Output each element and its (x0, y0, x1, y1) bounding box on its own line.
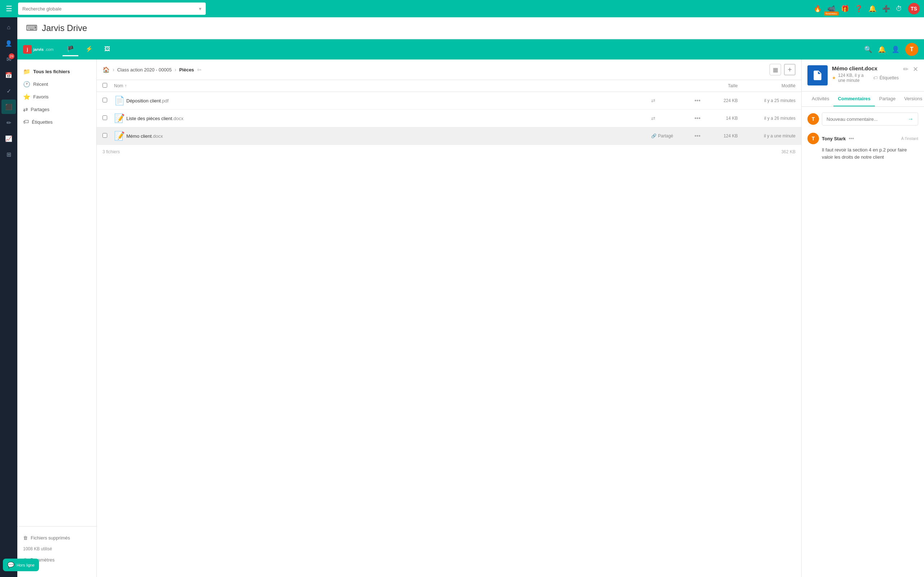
grid-icon: ⊞ (6, 151, 11, 158)
sidebar-tags[interactable]: 🏷 Étiquettes (17, 116, 96, 128)
breadcrumb-share-button[interactable]: ⇦ (197, 67, 201, 73)
file-checkbox-2[interactable] (102, 133, 107, 138)
nouveau-badge: Nouveau (824, 11, 838, 16)
panel-tabs: Activités Commentaires Partage Versions (802, 92, 924, 107)
row-modified-0: il y a 25 minutes (738, 98, 795, 103)
shares-label: Partages (31, 107, 50, 112)
bell-icon: 🔔 (868, 5, 876, 13)
notification-button[interactable]: 🔔 (868, 5, 876, 13)
fire-icon-button[interactable]: 🔥 (814, 5, 822, 13)
comment-more-dots[interactable]: ••• (848, 135, 854, 141)
share-button-0[interactable]: ⇄ (651, 98, 656, 103)
timer-button[interactable]: ⏱ (896, 5, 902, 13)
share-sidebar-icon: ⇄ (23, 106, 28, 113)
offline-badge[interactable]: 💬 Hors ligne (3, 559, 39, 571)
comment-send-button[interactable]: → (908, 116, 914, 122)
sidebar-shares[interactable]: ⇄ Partages (17, 103, 96, 116)
close-panel-button[interactable]: ✕ (913, 65, 918, 73)
logo-box: j (23, 45, 32, 54)
help-button[interactable]: ❓ (855, 5, 863, 13)
user-avatar[interactable]: TS (908, 3, 920, 15)
file-table: Nom ↑ Taille Modifié (97, 80, 801, 145)
toolbar-avatar[interactable]: T (905, 43, 918, 56)
folder-icon: 📁 (23, 68, 30, 75)
sidebar-item-contacts[interactable]: 👤 (2, 36, 16, 50)
select-all-checkbox[interactable] (102, 83, 107, 88)
file-meta-text: 124 KB, il y a une minute (838, 73, 871, 83)
table-row[interactable]: 📄 Déposition client.pdf ⇄ ••• 224 KB il … (97, 92, 801, 110)
more-button-1[interactable]: ••• (695, 115, 701, 121)
search-input[interactable] (23, 6, 199, 11)
tab-activities[interactable]: Activités (808, 92, 834, 106)
file-table-header: Nom ↑ Taille Modifié (97, 80, 801, 92)
view-toggle-button[interactable]: ▦ (769, 64, 781, 76)
add-file-button[interactable]: + (784, 64, 795, 76)
sidebar-item-drive[interactable]: ⬛ (2, 100, 16, 114)
sidebar-favorites[interactable]: ⭐ Favoris (17, 90, 96, 103)
row-name-1: 📝 Liste des pièces client.docx (114, 113, 651, 123)
breadcrumb-item-0[interactable]: Class action 2020 - 00005 (117, 67, 172, 73)
table-row[interactable]: 📝 Mémo client.docx 🔗 Partagé ••• (97, 127, 801, 145)
tab-bolt[interactable]: ⚡ (81, 43, 97, 56)
tag-meta-icon: 🏷 (873, 76, 877, 81)
docx-icon: 📝 (114, 113, 125, 123)
sidebar-item-chart[interactable]: 📈 (2, 131, 16, 146)
edit-icon: ✏ (6, 119, 11, 126)
toolbar-tabs: 🏴 ⚡ 🖼 (63, 43, 115, 56)
comment-author-avatar: T (808, 133, 819, 144)
bell-toolbar-button[interactable]: 🔔 (878, 45, 886, 53)
file-table-footer: 3 fichiers 362 KB (97, 145, 801, 159)
tab-flag[interactable]: 🏴 (63, 43, 78, 56)
share-button-1[interactable]: ⇄ (651, 115, 656, 121)
all-files-label: Tous les fichiers (33, 69, 70, 74)
mail-badge: 29 (9, 53, 15, 59)
tab-comments[interactable]: Commentaires (834, 92, 874, 106)
tab-share[interactable]: Partage (875, 92, 900, 106)
table-row[interactable]: 📝 Liste des pièces client.docx ⇄ ••• 14 … (97, 110, 801, 127)
help-icon: ❓ (855, 5, 863, 13)
page-drive-icon: ⌨ (26, 23, 37, 33)
search-bar: ▾ (18, 3, 206, 15)
row-share-2: 🔗 Partagé (651, 134, 695, 139)
offline-label: Hors ligne (16, 563, 35, 567)
breadcrumb-sep-2: › (175, 67, 176, 73)
favorites-label: Favoris (33, 94, 49, 100)
edit-button[interactable]: ✏ (903, 65, 908, 73)
sidebar-recent[interactable]: 🕐 Récent (17, 78, 96, 90)
sidebar-item-grid[interactable]: ⊞ (2, 147, 16, 161)
sidebar-item-edit[interactable]: ✏ (2, 115, 16, 130)
row-more-1: ••• (695, 115, 709, 121)
header-name[interactable]: Nom ↑ (114, 83, 651, 89)
breadcrumb-home-button[interactable]: 🏠 (102, 66, 110, 73)
logo-letter: j (27, 47, 28, 52)
calendar-icon: 📅 (5, 72, 12, 79)
user-toolbar-button[interactable]: 👤 (892, 45, 900, 53)
deleted-label: Fichiers supprimés (31, 535, 70, 541)
sidebar-item-mail[interactable]: ✉ 29 (2, 52, 16, 66)
row-more-0: ••• (695, 97, 709, 104)
sidebar-all-files[interactable]: 📁 Tous les fichiers (17, 65, 96, 78)
file-checkbox-0[interactable] (102, 98, 107, 102)
hamburger-button[interactable]: ☰ (4, 3, 14, 15)
gift-button[interactable]: 🎁 (841, 5, 849, 13)
tab-image[interactable]: 🖼 (100, 43, 115, 56)
sidebar-item-calendar[interactable]: 📅 (2, 68, 16, 82)
sidebar-item-tasks[interactable]: ✓ (2, 84, 16, 98)
sidebar-item-home[interactable]: ⌂ (2, 20, 16, 35)
comment-input[interactable] (827, 116, 908, 122)
add-button[interactable]: ➕ (882, 5, 890, 13)
comment-timestamp: À l'instant (901, 136, 918, 141)
deleted-files-item[interactable]: 🗑 Fichiers supprimés (23, 532, 90, 543)
breadcrumb-item-1[interactable]: Pièces (179, 67, 194, 73)
more-button-2[interactable]: ••• (695, 133, 701, 139)
comment-input-row: T → (808, 113, 918, 126)
recent-label: Récent (33, 82, 48, 87)
more-button-0[interactable]: ••• (695, 97, 701, 104)
timer-icon: ⏱ (896, 5, 902, 13)
row-size-1: 14 KB (709, 116, 738, 121)
breadcrumb-bar: 🏠 › Class action 2020 - 00005 › Pièces ⇦… (97, 60, 801, 80)
tab-versions[interactable]: Versions (900, 92, 924, 106)
row-share-0: ⇄ (651, 98, 695, 103)
search-toolbar-button[interactable]: 🔍 (864, 45, 872, 53)
file-checkbox-1[interactable] (102, 115, 107, 120)
